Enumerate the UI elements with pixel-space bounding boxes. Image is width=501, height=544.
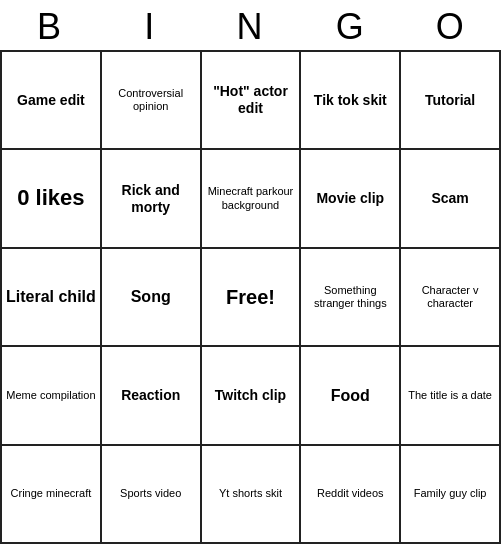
bingo-cell[interactable]: Something stranger things (301, 249, 401, 347)
bingo-cell[interactable]: Twitch clip (202, 347, 302, 445)
cell-label: Minecraft parkour background (206, 185, 296, 211)
cell-label: Free! (226, 285, 275, 309)
cell-label: Cringe minecraft (11, 487, 92, 500)
cell-label: Twitch clip (215, 387, 286, 404)
bingo-header: BINGO (0, 0, 501, 50)
cell-label: Sports video (120, 487, 181, 500)
bingo-cell[interactable]: Meme compilation (2, 347, 102, 445)
bingo-cell[interactable]: Character v character (401, 249, 501, 347)
bingo-letter: I (100, 6, 200, 48)
bingo-cell[interactable]: Tutorial (401, 52, 501, 150)
cell-label: Song (131, 287, 171, 306)
bingo-cell[interactable]: Free! (202, 249, 302, 347)
cell-label: 0 likes (17, 185, 84, 211)
bingo-letter: N (200, 6, 300, 48)
bingo-cell[interactable]: The title is a date (401, 347, 501, 445)
cell-label: "Hot" actor edit (206, 83, 296, 117)
cell-label: Family guy clip (414, 487, 487, 500)
bingo-cell[interactable]: Song (102, 249, 202, 347)
bingo-cell[interactable]: Literal child (2, 249, 102, 347)
cell-label: Movie clip (316, 190, 384, 207)
bingo-cell[interactable]: Yt shorts skit (202, 446, 302, 544)
bingo-cell[interactable]: Movie clip (301, 150, 401, 248)
bingo-cell[interactable]: Reddit videos (301, 446, 401, 544)
bingo-cell[interactable]: Minecraft parkour background (202, 150, 302, 248)
cell-label: Character v character (405, 284, 495, 310)
cell-label: Food (331, 386, 370, 405)
cell-label: The title is a date (408, 389, 492, 402)
bingo-cell[interactable]: Game edit (2, 52, 102, 150)
cell-label: Rick and morty (106, 182, 196, 216)
bingo-cell[interactable]: Tik tok skit (301, 52, 401, 150)
bingo-cell[interactable]: Sports video (102, 446, 202, 544)
cell-label: Reaction (121, 387, 180, 404)
cell-label: Meme compilation (6, 389, 95, 402)
cell-label: Reddit videos (317, 487, 384, 500)
bingo-cell[interactable]: Scam (401, 150, 501, 248)
bingo-cell[interactable]: Reaction (102, 347, 202, 445)
cell-label: Something stranger things (305, 284, 395, 310)
bingo-cell[interactable]: 0 likes (2, 150, 102, 248)
bingo-cell[interactable]: Cringe minecraft (2, 446, 102, 544)
cell-label: Tik tok skit (314, 92, 387, 109)
bingo-cell[interactable]: "Hot" actor edit (202, 52, 302, 150)
bingo-cell[interactable]: Family guy clip (401, 446, 501, 544)
cell-label: Tutorial (425, 92, 475, 109)
cell-label: Yt shorts skit (219, 487, 282, 500)
cell-label: Controversial opinion (106, 87, 196, 113)
bingo-cell[interactable]: Controversial opinion (102, 52, 202, 150)
bingo-grid: Game editControversial opinion"Hot" acto… (0, 50, 501, 544)
bingo-letter: B (0, 6, 100, 48)
bingo-cell[interactable]: Food (301, 347, 401, 445)
cell-label: Game edit (17, 92, 85, 109)
bingo-cell[interactable]: Rick and morty (102, 150, 202, 248)
bingo-letter: O (401, 6, 501, 48)
bingo-letter: G (301, 6, 401, 48)
cell-label: Scam (431, 190, 468, 207)
cell-label: Literal child (6, 287, 96, 306)
